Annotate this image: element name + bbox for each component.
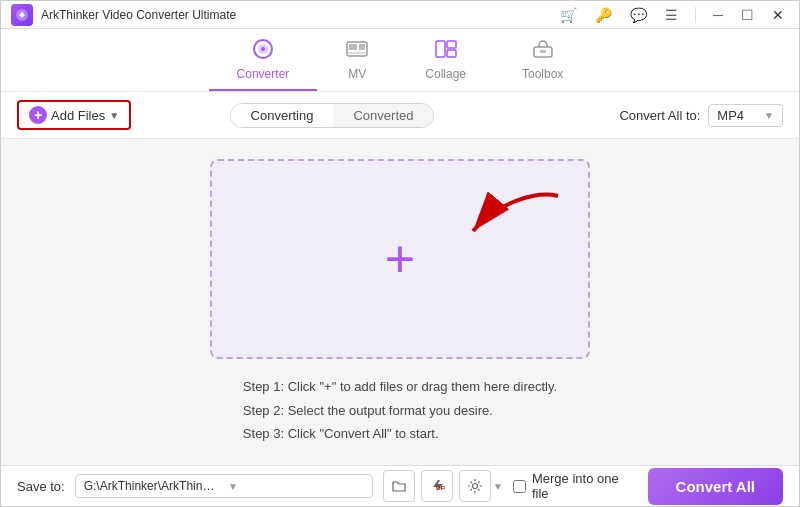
converting-converted-tabs: Converting Converted bbox=[230, 103, 435, 128]
selected-format: MP4 bbox=[717, 108, 744, 123]
settings-dropdown-arrow[interactable]: ▼ bbox=[493, 481, 503, 492]
flash-button[interactable]: OFF bbox=[421, 470, 453, 502]
nav-tabs: Converter MV Collage bbox=[1, 29, 799, 92]
svg-point-3 bbox=[261, 47, 265, 51]
svg-text:OFF: OFF bbox=[436, 485, 445, 491]
tab-collage[interactable]: Collage bbox=[397, 35, 494, 91]
collage-icon bbox=[434, 39, 458, 64]
mv-icon bbox=[345, 39, 369, 64]
svg-point-15 bbox=[473, 484, 478, 489]
tab-converter[interactable]: Converter bbox=[209, 35, 318, 91]
save-to-label: Save to: bbox=[17, 479, 65, 494]
step-2: Step 2: Select the output format you des… bbox=[243, 399, 557, 422]
step-3: Step 3: Click "Convert All" to start. bbox=[243, 422, 557, 445]
format-dropdown-arrow: ▼ bbox=[764, 110, 774, 121]
save-path-input[interactable]: G:\ArkThinker\ArkThinke...rter Ultimate\… bbox=[75, 474, 373, 498]
app-logo bbox=[11, 4, 33, 26]
window-controls[interactable]: 🛒 🔑 💬 ☰ ─ ☐ ✕ bbox=[555, 5, 789, 25]
merge-checkbox-section[interactable]: Merge into one file bbox=[513, 471, 638, 501]
bottom-bar: Save to: G:\ArkThinker\ArkThinke...rter … bbox=[1, 465, 799, 506]
chat-icon[interactable]: 💬 bbox=[625, 5, 652, 25]
bottom-icons: OFF ▼ bbox=[383, 470, 503, 502]
convert-all-to-section: Convert All to: MP4 ▼ bbox=[619, 104, 783, 127]
converted-tab[interactable]: Converted bbox=[333, 104, 433, 127]
converting-tab[interactable]: Converting bbox=[231, 104, 334, 127]
save-path-text: G:\ArkThinker\ArkThinke...rter Ultimate\… bbox=[84, 479, 220, 493]
title-bar: ArkThinker Video Converter Ultimate 🛒 🔑 … bbox=[1, 1, 799, 29]
steps-section: Step 1: Click "+" to add files or drag t… bbox=[243, 375, 557, 445]
svg-rect-6 bbox=[359, 44, 365, 50]
cart-icon[interactable]: 🛒 bbox=[555, 5, 582, 25]
step-1: Step 1: Click "+" to add files or drag t… bbox=[243, 375, 557, 398]
converter-tab-label: Converter bbox=[237, 67, 290, 81]
svg-rect-12 bbox=[540, 50, 546, 53]
settings-button[interactable] bbox=[459, 470, 491, 502]
svg-rect-8 bbox=[436, 41, 445, 57]
menu-icon[interactable]: ☰ bbox=[660, 5, 683, 25]
add-plus-icon: + bbox=[29, 106, 47, 124]
open-folder-button[interactable] bbox=[383, 470, 415, 502]
maximize-icon[interactable]: ☐ bbox=[736, 5, 759, 25]
svg-rect-10 bbox=[447, 50, 456, 57]
toolbar: + Add Files ▼ Converting Converted Conve… bbox=[1, 92, 799, 139]
app-title: ArkThinker Video Converter Ultimate bbox=[41, 8, 555, 22]
close-icon[interactable]: ✕ bbox=[767, 5, 789, 25]
main-content: + Step 1: Click "+" to add files or drag… bbox=[1, 139, 799, 465]
key-icon[interactable]: 🔑 bbox=[590, 5, 617, 25]
svg-rect-5 bbox=[349, 44, 357, 50]
drop-zone[interactable]: + bbox=[210, 159, 590, 359]
convert-all-button[interactable]: Convert All bbox=[648, 468, 783, 505]
add-files-button[interactable]: + Add Files ▼ bbox=[17, 100, 131, 130]
convert-all-to-label: Convert All to: bbox=[619, 108, 700, 123]
add-files-label: Add Files bbox=[51, 108, 105, 123]
tab-mv[interactable]: MV bbox=[317, 35, 397, 91]
format-dropdown[interactable]: MP4 ▼ bbox=[708, 104, 783, 127]
tab-toolbox[interactable]: Toolbox bbox=[494, 35, 591, 91]
red-arrow bbox=[438, 181, 568, 261]
merge-label: Merge into one file bbox=[532, 471, 638, 501]
converter-icon bbox=[251, 39, 275, 64]
drop-zone-plus: + bbox=[385, 233, 415, 285]
separator bbox=[695, 7, 696, 23]
svg-rect-9 bbox=[447, 41, 456, 48]
merge-checkbox[interactable] bbox=[513, 480, 526, 493]
collage-tab-label: Collage bbox=[425, 67, 466, 81]
minimize-icon[interactable]: ─ bbox=[708, 5, 728, 25]
toolbox-icon bbox=[531, 39, 555, 64]
add-files-dropdown-arrow[interactable]: ▼ bbox=[109, 110, 119, 121]
toolbox-tab-label: Toolbox bbox=[522, 67, 563, 81]
path-dropdown-arrow[interactable]: ▼ bbox=[228, 481, 364, 492]
mv-tab-label: MV bbox=[348, 67, 366, 81]
